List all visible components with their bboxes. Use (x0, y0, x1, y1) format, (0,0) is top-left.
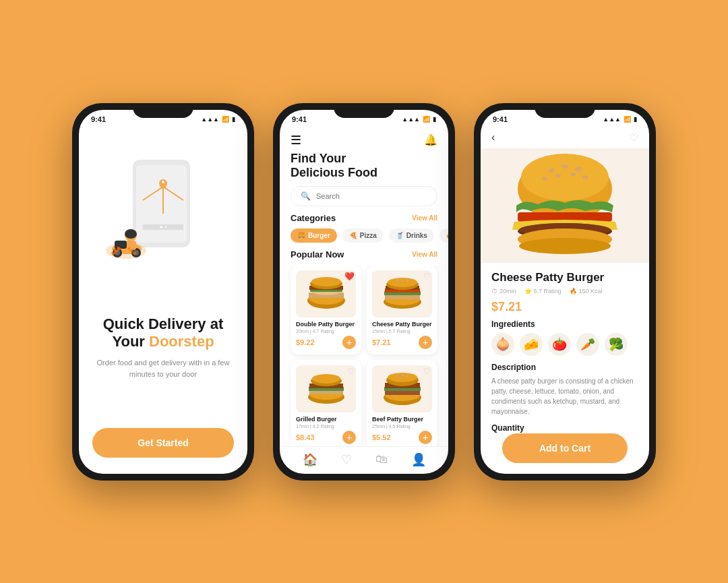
meta-kcal: 🔥 150 Kcal (570, 288, 603, 295)
wifi-icon: 📶 (222, 116, 229, 123)
notch-3 (535, 103, 595, 118)
popular-view-all[interactable]: View All (412, 251, 437, 258)
notch-1 (133, 103, 193, 118)
svg-point-4 (162, 181, 164, 183)
signal-icon-2: ▲▲▲ (402, 116, 420, 123)
bottom-nav: 🏠 ♡ 🛍 👤 (280, 446, 448, 474)
detail-info: Cheese Patty Burger ⏱ 20min ⭐ 5.7 Rating… (481, 263, 649, 433)
phone-3: 9:41 ▲▲▲ 📶 ▮ ‹ ♡ (474, 103, 656, 481)
nav-home[interactable]: 🏠 (303, 452, 317, 467)
svg-point-51 (401, 374, 404, 377)
food-name-3: Grilled Burger (296, 416, 356, 423)
food-price-4: $5.52 (372, 433, 391, 441)
signal-icon: ▲▲▲ (201, 116, 219, 123)
svg-point-15 (125, 229, 137, 239)
nav-profile[interactable]: 👤 (411, 452, 426, 467)
wifi-icon-2: 📶 (423, 116, 430, 123)
favorite-button[interactable]: ♡ (629, 131, 638, 144)
ingredient-5: 🥦 (605, 333, 628, 356)
heart-icon-1[interactable]: ❤️ (344, 272, 355, 281)
back-button[interactable]: ‹ (491, 131, 495, 144)
get-started-button[interactable]: Get Started (92, 428, 234, 458)
wifi-icon-3: 📶 (624, 116, 631, 123)
menu-icon[interactable]: ☰ (291, 133, 301, 148)
ingredient-1: 🧅 (491, 333, 514, 356)
ingredient-3: 🍅 (548, 333, 571, 356)
category-pizza[interactable]: 🍕 Pizza (342, 228, 384, 243)
phone1-text: Quick Delivery at Your Doorstep Order fo… (92, 315, 234, 380)
popular-header: Popular Now View All (280, 249, 448, 259)
popular-label: Popular Now (291, 249, 344, 259)
phone1-splash-content: Quick Delivery at Your Doorstep Order fo… (79, 126, 247, 474)
food-meta-1: 20min | 4.7 Rating (296, 329, 356, 334)
svg-point-42 (312, 374, 340, 383)
detail-item-name: Cheese Patty Burger (491, 271, 638, 284)
categories-header: Categories View All (280, 213, 448, 223)
phone-2-inner: 9:41 ▲▲▲ 📶 ▮ ☰ 🔔 Find Your Delicious Foo… (280, 110, 448, 474)
food-card-1: ❤️ (291, 265, 361, 355)
description-title: Description (491, 363, 638, 372)
phone-2: 9:41 ▲▲▲ 📶 ▮ ☰ 🔔 Find Your Delicious Foo… (273, 103, 455, 481)
food-footer-2: $7.21 + (372, 336, 432, 349)
add-btn-3[interactable]: + (342, 431, 356, 444)
food-meta-4: 25min | 4.5 Rating (372, 424, 432, 429)
add-btn-4[interactable]: + (419, 431, 432, 444)
phone1-title: Quick Delivery at Your Doorstep (92, 315, 234, 351)
svg-rect-14 (125, 241, 136, 250)
phone-1-inner: 9:41 ▲▲▲ 📶 ▮ (79, 110, 247, 474)
meta-rating: ⭐ 5.7 Rating (524, 288, 562, 295)
categories-label: Categories (291, 213, 336, 223)
status-icons-2: ▲▲▲ 📶 ▮ (402, 116, 436, 123)
phone-3-inner: 9:41 ▲▲▲ 📶 ▮ ‹ ♡ (481, 110, 649, 474)
search-bar[interactable]: 🔍 (291, 186, 437, 206)
phone1-subtitle: Order food and get delivery with in a fe… (92, 357, 234, 379)
phone2-menu-content: ☰ 🔔 Find Your Delicious Food 🔍 Categorie… (280, 126, 448, 474)
food-meta-2: 15min | 5.7 Rating (372, 329, 432, 334)
delivery-illustration (96, 146, 231, 268)
food-footer-3: $8.43 + (296, 431, 356, 444)
add-to-cart-button[interactable]: Add to Cart (502, 433, 628, 463)
status-icons-1: ▲▲▲ 📶 ▮ (201, 116, 235, 123)
category-sandwich[interactable]: 🥪 Sandwich (439, 228, 448, 243)
notification-icon[interactable]: 🔔 (424, 133, 437, 146)
food-name-4: Beef Patty Burger (372, 416, 432, 423)
svg-point-50 (396, 375, 399, 377)
p2-title: Find Your Delicious Food (280, 152, 448, 186)
ingredients-row: 🧅 🧀 🍅 🥕 🥦 (491, 333, 638, 356)
ingredient-4: 🥕 (576, 333, 599, 356)
heart-icon-3[interactable]: ♡ (347, 367, 355, 376)
categories-view-all[interactable]: View All (412, 214, 437, 222)
time-1: 9:41 (91, 115, 106, 123)
search-input[interactable] (316, 192, 427, 200)
heart-icon-2[interactable]: ♡ (423, 272, 431, 281)
svg-point-24 (311, 277, 341, 286)
menu-heading: Find Your Delicious Food (291, 152, 437, 181)
svg-point-34 (401, 278, 404, 281)
nav-cart[interactable]: 🛍 (375, 452, 388, 467)
add-btn-2[interactable]: + (419, 336, 432, 349)
food-footer-1: $9.22 + (296, 336, 356, 349)
battery-icon-2: ▮ (433, 116, 436, 123)
heart-icon-4[interactable]: ♡ (423, 367, 431, 376)
p2-header: ☰ 🔔 (280, 126, 448, 152)
food-card-4: ♡ (367, 360, 437, 446)
phone-1: 9:41 ▲▲▲ 📶 ▮ (72, 103, 254, 481)
ingredients-title: Ingredients (491, 319, 638, 329)
detail-price: $7.21 (491, 300, 638, 314)
status-icons-3: ▲▲▲ 📶 ▮ (603, 116, 637, 123)
phone3-detail-content: ‹ ♡ (481, 126, 649, 474)
burger-hero-image (481, 148, 649, 263)
food-price-1: $9.22 (296, 338, 315, 346)
nav-favorites[interactable]: ♡ (341, 452, 352, 467)
add-btn-1[interactable]: + (342, 336, 356, 349)
food-price-3: $8.43 (296, 433, 315, 441)
description-text: A cheese patty burger is consisting of a… (491, 376, 638, 417)
svg-point-54 (521, 154, 609, 201)
detail-meta-row: ⏱ 20min ⭐ 5.7 Rating 🔥 150 Kcal (491, 288, 638, 295)
food-card-2: ♡ (367, 265, 437, 355)
category-burger[interactable]: 🍔 Burger (291, 228, 337, 243)
meta-time: ⏱ 20min (491, 288, 516, 295)
phones-container: 9:41 ▲▲▲ 📶 ▮ (52, 76, 676, 508)
time-2: 9:41 (292, 115, 307, 123)
category-drinks[interactable]: 🥤 Drinks (389, 228, 434, 243)
